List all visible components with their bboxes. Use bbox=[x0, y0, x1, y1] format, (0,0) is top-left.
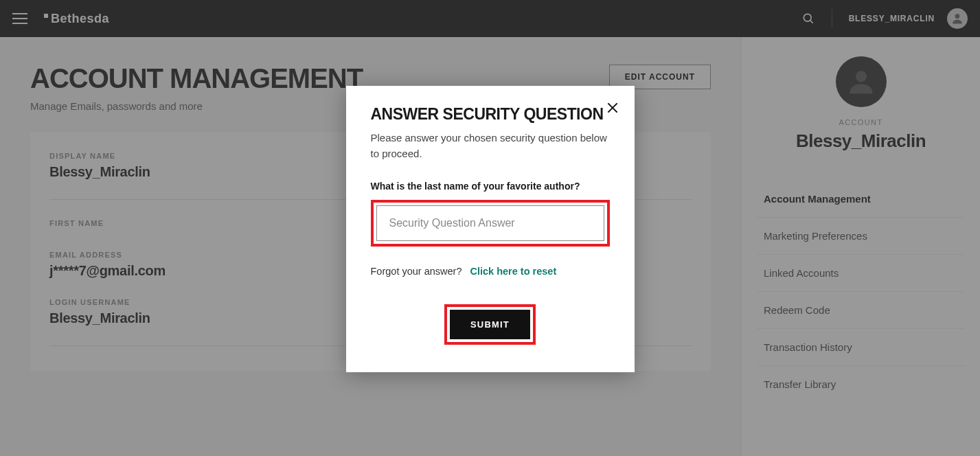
security-question-text: What is the last name of your favorite a… bbox=[371, 181, 610, 192]
forgot-answer-row: Forgot your answer? Click here to reset bbox=[371, 266, 610, 277]
close-icon[interactable] bbox=[606, 101, 619, 115]
modal-overlay[interactable]: ANSWER SECURITY QUESTION Please answer y… bbox=[0, 0, 980, 456]
modal-instruction: Please answer your chosen security quest… bbox=[371, 130, 610, 161]
reset-answer-link[interactable]: Click here to reset bbox=[470, 266, 557, 277]
forgot-answer-text: Forgot your answer? bbox=[371, 266, 462, 277]
modal-title: ANSWER SECURITY QUESTION bbox=[371, 105, 610, 124]
security-question-modal: ANSWER SECURITY QUESTION Please answer y… bbox=[346, 86, 635, 372]
input-highlight bbox=[371, 200, 610, 247]
submit-button[interactable]: SUBMIT bbox=[450, 310, 530, 339]
submit-highlight: SUBMIT bbox=[444, 304, 536, 345]
security-answer-input[interactable] bbox=[376, 205, 604, 241]
